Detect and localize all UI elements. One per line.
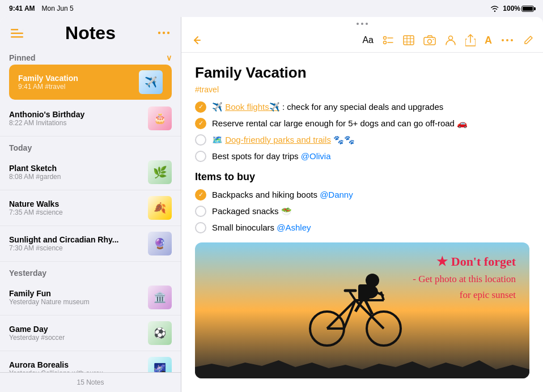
checklist-item[interactable]: Packaged snacks 🥗	[195, 205, 529, 217]
handwriting-line2: - Get photo at this location	[413, 274, 516, 284]
checklist-button[interactable]	[383, 35, 394, 46]
note-meta: 7:30 AM #science	[9, 244, 142, 252]
svg-rect-3	[18, 28, 23, 31]
note-item-aurora-borealis[interactable]: Aurora Borealis Yesterday Collisions wit…	[0, 351, 181, 372]
note-meta: 8:22 AM Invitations	[9, 119, 142, 127]
more-options-button[interactable]	[156, 25, 172, 41]
checkbox-unchecked[interactable]	[195, 134, 206, 146]
svg-point-11	[384, 41, 387, 44]
note-title: Plant Sketch	[9, 164, 142, 173]
note-item-game-day[interactable]: Game Day Yesterday #soccer ⚽	[0, 316, 181, 351]
note-thumb: ✈️	[139, 70, 163, 94]
svg-rect-1	[11, 32, 23, 34]
mention-ashley: @Ashley	[277, 223, 311, 232]
checkbox-checked[interactable]: ✓	[195, 101, 206, 113]
svg-point-21	[449, 36, 453, 40]
note-item-sunlight-circadian[interactable]: Sunlight and Circadian Rhy... 7:30 AM #s…	[0, 226, 181, 262]
status-bar: 9:41 AM Mon Jun 5 100%	[0, 0, 543, 17]
note-title: Anthonio's Birthday	[9, 110, 142, 119]
compose-button[interactable]	[523, 35, 534, 46]
checkbox-checked[interactable]: ✓	[195, 189, 206, 201]
battery-icon: 100%	[503, 5, 534, 12]
note-content[interactable]: Family Vacation #travel ✓ ✈️ Book flight…	[181, 53, 543, 392]
note-thumb: 🍂	[148, 196, 172, 220]
note-image: ★ Don't forget - Get photo at this locat…	[195, 242, 529, 378]
camera-button[interactable]	[423, 35, 436, 45]
svg-point-19	[428, 40, 432, 44]
checkbox-unchecked[interactable]	[195, 151, 206, 162]
section-heading-items-to-buy: Items to buy	[195, 171, 529, 183]
section-pinned: Pinned ∨	[0, 46, 181, 65]
note-tag: #travel	[195, 85, 529, 94]
note-item-plant-sketch[interactable]: Plant Sketch 8:08 AM #garden 🌿	[0, 155, 181, 190]
book-flights-link[interactable]: Book flights✈️	[225, 102, 280, 112]
drag-indicator	[181, 17, 543, 28]
share-button[interactable]	[465, 34, 476, 46]
checklist-2: ✓ Backpacks and hiking boots @Danny Pack…	[195, 189, 529, 233]
note-item-nature-walks[interactable]: Nature Walks 7:35 AM #science 🍂	[0, 190, 181, 226]
highlight-button[interactable]: A	[485, 35, 492, 46]
checklist-item[interactable]: ✓ ✈️ Book flights✈️ : check for any spec…	[195, 101, 529, 113]
back-arrow-button[interactable]	[190, 35, 202, 46]
person-button[interactable]	[445, 35, 456, 46]
checklist-item[interactable]: Small binoculars @Ashley	[195, 221, 529, 233]
handwriting-line1: ★ Don't forget	[436, 254, 516, 269]
checkbox-checked[interactable]: ✓	[195, 118, 206, 129]
checklist-item[interactable]: Best spots for day trips @Olivia	[195, 150, 529, 162]
sidebar-title: Notes	[65, 24, 116, 42]
svg-point-23	[506, 39, 508, 41]
note-title: Family Vacation	[18, 74, 133, 83]
status-time: 9:41 AM	[9, 5, 35, 12]
note-thumb: 🌌	[148, 357, 172, 372]
note-meta: 7:35 AM #science	[9, 208, 142, 216]
checkbox-unchecked[interactable]	[195, 206, 206, 217]
mention-olivia: @Olivia	[301, 151, 331, 161]
svg-point-5	[158, 32, 160, 34]
note-item-anthonios-birthday[interactable]: Anthonio's Birthday 8:22 AM Invitations …	[0, 101, 181, 137]
parks-trails-link[interactable]: Dog-friendly parks and trails	[225, 135, 331, 144]
note-meta: Yesterday #soccer	[9, 334, 142, 342]
sidebar-scroll[interactable]: Pinned ∨ Family Vacation 9:41 AM #travel…	[0, 46, 181, 372]
note-meta: Yesterday Nature museum	[9, 298, 142, 306]
note-meta: 9:41 AM #travel	[18, 83, 133, 91]
note-thumb: 🎂	[148, 106, 172, 130]
handwriting-line3: for epic sunset	[460, 289, 516, 300]
wifi-icon	[490, 5, 499, 12]
checklist-item[interactable]: ✓ Backpacks and hiking boots @Danny	[195, 189, 529, 201]
svg-point-22	[502, 39, 504, 41]
section-yesterday: Yesterday	[0, 262, 181, 280]
checkbox-unchecked[interactable]	[195, 222, 206, 233]
note-item-family-vacation[interactable]: Family Vacation 9:41 AM #travel ✈️	[9, 65, 172, 100]
note-thumb: 🔮	[148, 232, 172, 255]
handwriting-dont-forget: ★ Don't forget - Get photo at this locat…	[413, 254, 516, 302]
svg-rect-2	[11, 36, 23, 38]
checklist-item[interactable]: 🗺️ Dog-friendly parks and trails 🐾🐾	[195, 134, 529, 146]
mention-danny: @Danny	[320, 190, 353, 199]
status-day: Mon Jun 5	[42, 5, 74, 12]
note-thumb: 🌿	[148, 160, 172, 184]
svg-point-6	[163, 32, 165, 34]
checklist-item[interactable]: ✓ Reserve rental car large enough for 5+…	[195, 117, 529, 129]
status-bar-left: 9:41 AM Mon Jun 5	[9, 5, 74, 12]
svg-point-24	[511, 39, 513, 41]
svg-rect-13	[404, 36, 414, 45]
sidebar-toggle-button[interactable]	[9, 25, 25, 41]
status-bar-right: 100%	[490, 5, 534, 12]
note-title: Family Fun	[9, 289, 142, 298]
pinned-chevron-icon[interactable]: ∨	[166, 53, 172, 62]
sidebar: Notes Pinned ∨ Family Vacation 9:41 AM #…	[0, 17, 181, 392]
text-format-button[interactable]: Aa	[362, 35, 374, 45]
note-meta: 8:08 AM #garden	[9, 173, 142, 181]
sidebar-header: Notes	[0, 17, 181, 46]
app-container: Notes Pinned ∨ Family Vacation 9:41 AM #…	[0, 17, 543, 392]
main-toolbar: Aa	[181, 28, 543, 53]
note-title: Game Day	[9, 325, 142, 334]
table-button[interactable]	[403, 35, 414, 45]
note-item-family-fun[interactable]: Family Fun Yesterday Nature museum 🏛️	[0, 280, 181, 316]
svg-point-7	[167, 32, 169, 34]
sidebar-footer: 15 Notes	[0, 372, 181, 392]
note-title: Sunlight and Circadian Rhy...	[9, 235, 142, 244]
more-button[interactable]	[501, 39, 514, 42]
note-title: Aurora Borealis	[9, 360, 142, 369]
note-thumb: ⚽	[148, 321, 172, 345]
